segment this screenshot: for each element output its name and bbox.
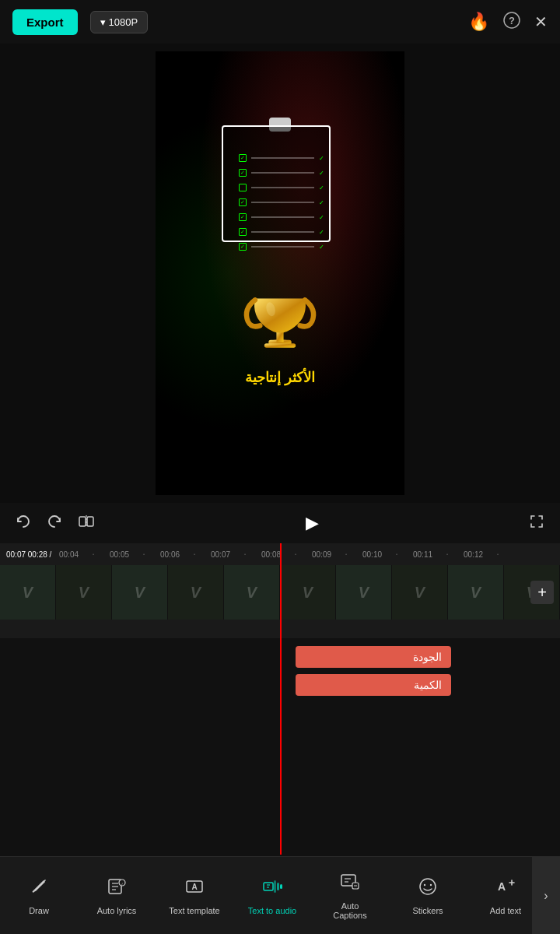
chevron-right-icon: › — [544, 889, 548, 903]
auto-lyrics-label: Auto lyrics — [97, 906, 137, 915]
svg-rect-21 — [274, 880, 276, 893]
svg-text:A: A — [191, 883, 197, 891]
text-to-audio-icon — [262, 876, 282, 901]
time-marker: 00:05 — [94, 550, 145, 559]
help-icon[interactable]: ? — [503, 12, 520, 33]
play-button[interactable]: ▶ — [306, 513, 319, 533]
chevron-down-icon: ▾ — [100, 16, 106, 28]
resolution-label: 1080P — [109, 16, 138, 28]
svg-rect-4 — [264, 343, 296, 348]
svg-rect-18 — [264, 883, 273, 890]
svg-rect-23 — [280, 884, 282, 889]
time-marker: 00:10 — [347, 550, 397, 559]
undo-icon[interactable] — [47, 514, 62, 533]
trophy-container: الأكثر إنتاجية — [237, 277, 323, 386]
svg-rect-7 — [79, 517, 86, 526]
clipboard-body: ✓✓ ✓✓ ✓ ✓✓ ✓✓ ✓✓ ✓✓ — [222, 125, 331, 242]
svg-text:A: A — [498, 880, 506, 893]
checklist: ✓✓ ✓✓ ✓ ✓✓ ✓✓ ✓✓ ✓✓ — [239, 154, 324, 258]
stickers-label: Stickers — [412, 906, 443, 915]
controls-bar: ▶ — [0, 503, 560, 543]
text-template-label: Text template — [169, 906, 219, 915]
playhead-line — [280, 543, 282, 855]
toolbar-item-text-template[interactable]: A Text template — [156, 870, 233, 922]
top-bar: Export ▾ 1080P 🔥 ? ✕ — [0, 0, 560, 44]
top-right-actions: 🔥 ? ✕ — [468, 12, 548, 33]
toolbar-items: Draw ♪ Auto lyrics A — [0, 866, 532, 926]
draw-label: Draw — [29, 906, 49, 915]
flame-icon[interactable]: 🔥 — [468, 12, 489, 32]
time-marker: 00:09 — [296, 550, 347, 559]
clipboard-graphic: ✓✓ ✓✓ ✓ ✓✓ ✓✓ ✓✓ ✓✓ — [218, 114, 342, 238]
trophy-icon — [237, 277, 323, 363]
add-clip-button[interactable]: + — [530, 581, 554, 604]
split-icon[interactable] — [78, 513, 95, 534]
video-frame: ✓✓ ✓✓ ✓ ✓✓ ✓✓ ✓✓ ✓✓ — [156, 51, 404, 495]
svg-point-31 — [430, 883, 432, 885]
export-button[interactable]: Export — [12, 9, 78, 35]
auto-captions-label: Auto Captions — [333, 901, 366, 920]
controls-left — [16, 513, 95, 534]
svg-text:?: ? — [509, 15, 515, 26]
time-marker: 00:07 — [195, 550, 246, 559]
svg-point-29 — [420, 879, 436, 894]
caption-item-quantity[interactable]: الكمية — [296, 674, 451, 696]
add-text-icon: A — [495, 876, 516, 901]
time-marker: 00:11 — [397, 550, 448, 559]
toolbar-item-draw[interactable]: Draw — [0, 870, 78, 922]
bottom-toolbar: Draw ♪ Auto lyrics A — [0, 856, 560, 934]
time-marker: 00:12 — [448, 550, 499, 559]
time-marker: 00:08 — [246, 550, 296, 559]
fullscreen-icon[interactable] — [529, 514, 544, 533]
redo-icon[interactable] — [16, 514, 31, 533]
time-marker: 00:04 — [44, 550, 94, 559]
caption-item-quality[interactable]: الجودة — [296, 646, 451, 668]
toolbar-item-add-text[interactable]: A Add text — [467, 870, 532, 922]
svg-rect-8 — [87, 517, 93, 526]
arabic-caption: الأكثر إنتاجية — [237, 369, 323, 386]
toolbar-item-text-to-audio[interactable]: Text to audio — [233, 870, 311, 922]
time-marker: 00:06 — [145, 550, 195, 559]
toolbar-item-auto-lyrics[interactable]: ♪ Auto lyrics — [78, 870, 156, 922]
add-text-label: Add text — [490, 906, 521, 915]
toolbar-chevron-button[interactable]: › — [532, 857, 560, 934]
svg-point-30 — [424, 883, 425, 885]
svg-rect-22 — [277, 883, 279, 890]
auto-lyrics-icon: ♪ — [107, 876, 127, 901]
draw-icon — [29, 876, 49, 901]
preview-area: ✓✓ ✓✓ ✓ ✓✓ ✓✓ ✓✓ ✓✓ — [0, 44, 560, 503]
resolution-button[interactable]: ▾ 1080P — [90, 11, 149, 33]
auto-captions-icon — [340, 872, 360, 897]
toolbar-item-auto-captions[interactable]: Auto Captions — [311, 866, 389, 926]
stickers-icon — [418, 876, 438, 901]
toolbar-item-stickers[interactable]: Stickers — [389, 870, 467, 922]
close-icon[interactable]: ✕ — [534, 12, 548, 31]
text-to-audio-label: Text to audio — [248, 906, 296, 915]
text-template-icon: A — [184, 876, 205, 901]
